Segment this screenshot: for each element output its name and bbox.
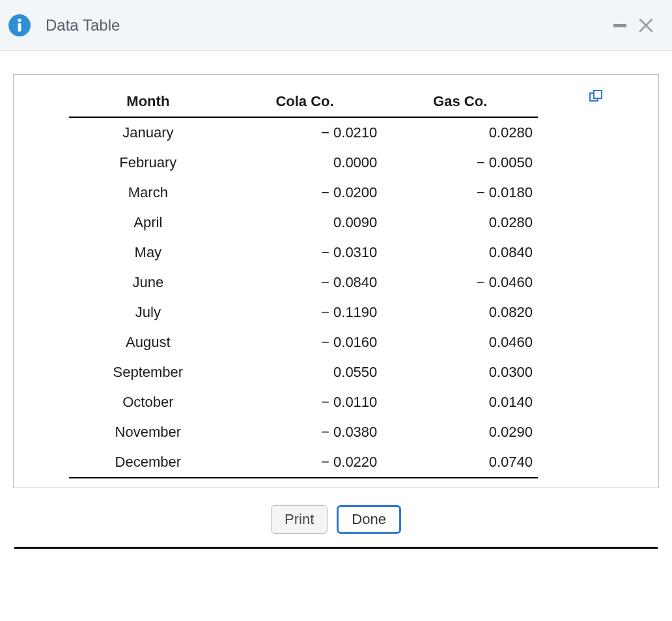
svg-point-1 bbox=[18, 18, 21, 21]
table-row: July− 0.11900.0820 bbox=[69, 297, 538, 327]
cell-month: April bbox=[69, 208, 227, 238]
cell-cola: 0.0550 bbox=[227, 357, 383, 387]
cell-cola: − 0.0210 bbox=[227, 117, 383, 148]
page-divider bbox=[14, 547, 658, 549]
cell-gas: − 0.0460 bbox=[382, 268, 538, 297]
cell-month: May bbox=[69, 238, 227, 268]
cell-gas: − 0.0050 bbox=[382, 148, 538, 178]
cell-cola: 0.0000 bbox=[227, 148, 383, 178]
table-row: December− 0.02200.0740 bbox=[69, 447, 538, 478]
cell-cola: − 0.0840 bbox=[227, 268, 383, 297]
table-container: Month Cola Co. Gas Co. January− 0.02100.… bbox=[13, 74, 659, 488]
cell-month: October bbox=[69, 387, 227, 417]
cell-gas: − 0.0180 bbox=[382, 178, 538, 208]
cell-month: March bbox=[69, 178, 227, 208]
svg-rect-2 bbox=[18, 23, 21, 31]
col-header-month: Month bbox=[69, 87, 227, 117]
cell-cola: − 0.1190 bbox=[227, 297, 383, 327]
cell-cola: − 0.0220 bbox=[227, 447, 383, 478]
copy-table-icon[interactable] bbox=[589, 89, 603, 106]
table-row: May− 0.03100.0840 bbox=[69, 238, 538, 268]
cell-cola: − 0.0160 bbox=[227, 327, 383, 357]
dialog-title: Data Table bbox=[46, 16, 120, 34]
cell-month: November bbox=[69, 417, 227, 447]
close-button[interactable] bbox=[633, 12, 659, 38]
cell-month: August bbox=[69, 327, 227, 357]
data-table: Month Cola Co. Gas Co. January− 0.02100.… bbox=[69, 87, 538, 478]
cell-gas: 0.0820 bbox=[382, 297, 538, 327]
dialog-footer: Print Done bbox=[13, 488, 659, 544]
svg-rect-7 bbox=[594, 90, 602, 98]
title-bar: Data Table bbox=[0, 0, 672, 51]
cell-cola: − 0.0200 bbox=[227, 178, 383, 208]
cell-month: July bbox=[69, 297, 227, 327]
cell-month: September bbox=[69, 357, 227, 387]
table-row: January− 0.02100.0280 bbox=[69, 117, 538, 148]
cell-gas: 0.0740 bbox=[382, 447, 538, 478]
cell-gas: 0.0280 bbox=[382, 208, 538, 238]
svg-rect-3 bbox=[613, 24, 626, 27]
cell-cola: 0.0090 bbox=[227, 208, 383, 238]
table-row: February0.0000− 0.0050 bbox=[69, 148, 538, 178]
table-row: October− 0.01100.0140 bbox=[69, 387, 538, 417]
cell-month: February bbox=[69, 148, 227, 178]
col-header-cola: Cola Co. bbox=[227, 87, 383, 117]
cell-gas: 0.0290 bbox=[382, 417, 538, 447]
table-row: March− 0.0200− 0.0180 bbox=[69, 178, 538, 208]
cell-cola: − 0.0110 bbox=[227, 387, 383, 417]
table-row: June− 0.0840− 0.0460 bbox=[69, 268, 538, 297]
print-button[interactable]: Print bbox=[271, 505, 328, 534]
cell-gas: 0.0300 bbox=[382, 357, 538, 387]
cell-gas: 0.0840 bbox=[382, 238, 538, 268]
table-row: April0.00900.0280 bbox=[69, 208, 538, 238]
table-row: August− 0.01600.0460 bbox=[69, 327, 538, 357]
table-row: September0.05500.0300 bbox=[69, 357, 538, 387]
table-row: November− 0.03800.0290 bbox=[69, 417, 538, 447]
cell-cola: − 0.0380 bbox=[227, 417, 383, 447]
minimize-button[interactable] bbox=[607, 12, 633, 38]
cell-gas: 0.0460 bbox=[382, 327, 538, 357]
cell-month: December bbox=[69, 447, 227, 478]
done-button[interactable]: Done bbox=[337, 505, 401, 534]
info-icon bbox=[5, 11, 34, 40]
cell-cola: − 0.0310 bbox=[227, 238, 383, 268]
col-header-gas: Gas Co. bbox=[382, 87, 538, 117]
cell-month: June bbox=[69, 268, 227, 297]
cell-gas: 0.0140 bbox=[382, 387, 538, 417]
cell-month: January bbox=[69, 117, 227, 148]
cell-gas: 0.0280 bbox=[382, 117, 538, 148]
